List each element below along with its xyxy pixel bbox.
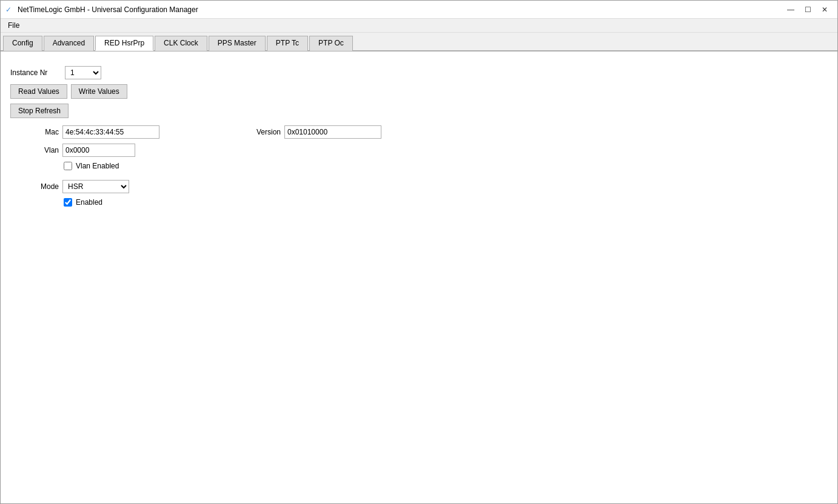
mode-label: Mode (10, 182, 59, 191)
center-fields: Mac Vlan Vlan Enabled Mode HS (10, 125, 159, 207)
tab-ptp-oc[interactable]: PTP Oc (309, 36, 353, 51)
instance-row: Instance Nr 1 2 3 (10, 66, 828, 79)
tab-advanced[interactable]: Advanced (44, 36, 94, 51)
stop-refresh-row: Stop Refresh (10, 104, 828, 118)
version-input[interactable] (284, 125, 381, 139)
maximize-button[interactable]: ☐ (800, 4, 816, 16)
version-field-row: Version (232, 125, 381, 139)
instance-nr-label: Instance Nr (10, 68, 59, 77)
tab-clk-clock[interactable]: CLK Clock (155, 36, 207, 51)
vlan-enabled-checkbox[interactable] (64, 162, 72, 170)
main-content: Instance Nr 1 2 3 Read Values Write Valu… (1, 51, 837, 503)
mac-input[interactable] (62, 125, 159, 139)
vlan-enabled-label: Vlan Enabled (76, 162, 119, 170)
menu-bar: File (1, 19, 837, 33)
stop-refresh-button[interactable]: Stop Refresh (10, 104, 69, 118)
app-icon: ✓ (5, 5, 14, 14)
mac-field-row: Mac (10, 125, 159, 139)
enabled-label: Enabled (76, 198, 102, 207)
action-buttons-row: Read Values Write Values (10, 84, 828, 99)
version-label: Version (232, 128, 281, 136)
tab-pps-master[interactable]: PPS Master (209, 36, 266, 51)
tab-config[interactable]: Config (3, 36, 42, 51)
fields-area: Mac Vlan Vlan Enabled Mode HS (10, 125, 828, 207)
form-area: Instance Nr 1 2 3 Read Values Write Valu… (10, 61, 828, 207)
main-window: ✓ NetTimeLogic GmbH - Universal Configur… (0, 0, 838, 504)
title-bar-left: ✓ NetTimeLogic GmbH - Universal Configur… (5, 5, 198, 14)
tab-bar: Config Advanced RED HsrPrp CLK Clock PPS… (1, 33, 837, 51)
mode-select[interactable]: HSR PRP (62, 180, 129, 193)
mode-field-row: Mode HSR PRP (10, 180, 159, 193)
tab-ptp-tc[interactable]: PTP Tc (267, 36, 308, 51)
window-title: NetTimeLogic GmbH - Universal Configurat… (18, 5, 198, 14)
vlan-input[interactable] (62, 144, 135, 157)
mac-label: Mac (10, 128, 59, 136)
enabled-row: Enabled (64, 198, 159, 207)
minimize-button[interactable]: — (783, 4, 799, 16)
right-fields: Version (232, 125, 381, 139)
instance-nr-select[interactable]: 1 2 3 (65, 66, 101, 79)
read-values-button[interactable]: Read Values (10, 84, 67, 99)
vlan-enabled-row: Vlan Enabled (64, 162, 159, 170)
enabled-checkbox[interactable] (64, 198, 72, 207)
window-controls: — ☐ ✕ (783, 4, 833, 16)
menu-item-file[interactable]: File (3, 20, 24, 31)
close-button[interactable]: ✕ (817, 4, 833, 16)
vlan-label: Vlan (10, 146, 59, 154)
write-values-button[interactable]: Write Values (71, 84, 127, 99)
tab-red-hsrprp[interactable]: RED HsrPrp (95, 36, 153, 51)
vlan-field-row: Vlan (10, 144, 159, 157)
title-bar: ✓ NetTimeLogic GmbH - Universal Configur… (1, 1, 837, 19)
